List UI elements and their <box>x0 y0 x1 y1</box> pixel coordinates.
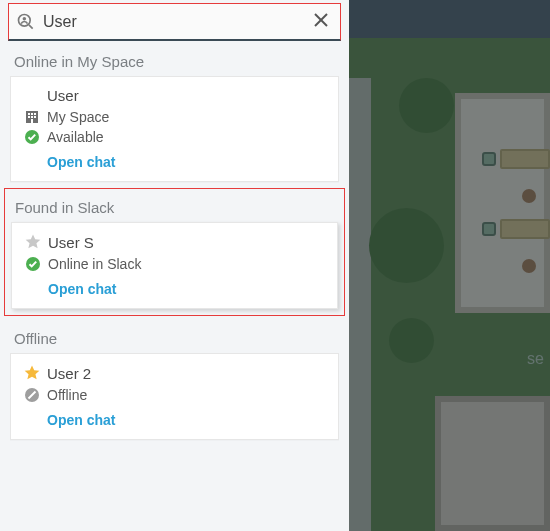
map-room <box>435 396 550 531</box>
svg-rect-12 <box>31 119 33 123</box>
map-bush <box>369 208 444 283</box>
map-desk <box>500 219 550 239</box>
star-filled-icon[interactable] <box>23 364 41 382</box>
map-bush <box>389 318 434 363</box>
search-person-icon <box>15 12 37 32</box>
svg-line-2 <box>29 24 33 28</box>
search-input[interactable] <box>37 9 308 35</box>
svg-rect-10 <box>31 116 33 118</box>
map-chair <box>482 222 496 236</box>
svg-rect-7 <box>31 113 33 115</box>
map-ground: se <box>349 38 550 531</box>
user-name: User 2 <box>47 365 91 382</box>
map-path <box>349 78 371 531</box>
user-status-label: Offline <box>47 387 87 403</box>
slack-results-group: Found in Slack User S <box>4 188 345 316</box>
svg-rect-8 <box>34 113 36 115</box>
open-chat-link[interactable]: Open chat <box>23 154 115 170</box>
open-chat-link[interactable]: Open chat <box>23 412 115 428</box>
map-chair <box>482 152 496 166</box>
user-card-offline[interactable]: User 2 Offline Open chat <box>10 353 339 440</box>
svg-rect-6 <box>28 113 30 115</box>
map-plant <box>522 259 536 273</box>
user-name: User <box>23 87 326 104</box>
search-bar[interactable] <box>8 3 341 41</box>
svg-rect-11 <box>34 116 36 118</box>
user-name: User S <box>48 234 94 251</box>
people-panel: Online in My Space User My Spa <box>0 0 349 531</box>
close-icon <box>313 12 329 31</box>
map-desk <box>500 149 550 169</box>
open-chat-link[interactable]: Open chat <box>24 281 116 297</box>
check-circle-icon <box>23 128 41 146</box>
map-bush <box>399 78 454 133</box>
svg-point-1 <box>23 17 27 21</box>
user-status-label: Available <box>47 129 104 145</box>
section-header-slack: Found in Slack <box>5 189 344 222</box>
offline-circle-icon <box>23 386 41 404</box>
user-space-label: My Space <box>47 109 109 125</box>
svg-rect-9 <box>28 116 30 118</box>
building-icon <box>23 108 41 126</box>
map-topbar <box>349 0 550 38</box>
map-viewport[interactable]: se <box>349 0 550 531</box>
map-room <box>455 93 550 313</box>
section-header-offline: Offline <box>0 320 349 353</box>
clear-search-button[interactable] <box>308 9 334 35</box>
user-card-slack[interactable]: User S Online in Slack Open chat <box>11 222 338 309</box>
map-plant <box>522 189 536 203</box>
check-circle-icon <box>24 255 42 273</box>
map-room-label: se <box>527 350 544 368</box>
user-card-online[interactable]: User My Space <box>10 76 339 182</box>
user-status-label: Online in Slack <box>48 256 141 272</box>
section-header-online: Online in My Space <box>0 43 349 76</box>
star-outline-icon[interactable] <box>24 233 42 251</box>
